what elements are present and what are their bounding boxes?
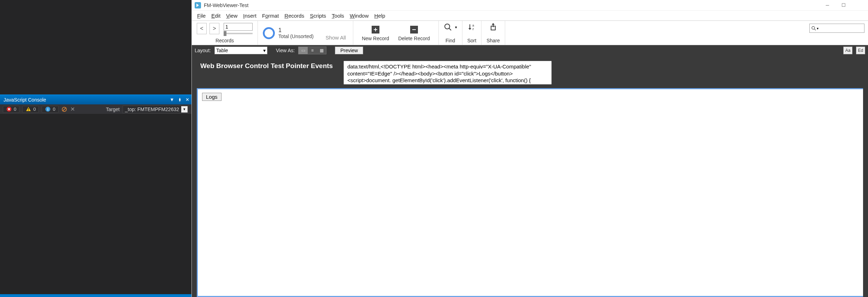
clear-x-icon[interactable]: ✕ xyxy=(70,107,76,112)
layout-label: Layout: xyxy=(195,48,211,53)
web-viewer[interactable]: Logs xyxy=(197,88,863,297)
devtools-pane: JavaScript Console ▼ ✕ 0 ! 0 i 0 xyxy=(0,0,191,297)
record-slider[interactable] xyxy=(224,33,253,34)
share-label[interactable]: Share xyxy=(486,38,500,43)
chevron-down-icon: ▾ xyxy=(263,48,266,53)
preview-button[interactable]: Preview xyxy=(335,47,363,54)
menu-scripts[interactable]: Scripts xyxy=(307,12,329,19)
content-area: Web Browser Control Test Pointer Events … xyxy=(192,56,868,297)
close-icon[interactable]: ✕ xyxy=(185,97,189,102)
svg-text:i: i xyxy=(47,107,48,111)
quick-search[interactable]: ▾ xyxy=(809,24,864,33)
code-field[interactable]: data:text/html,<!DOCTYPE html><head><met… xyxy=(343,61,552,85)
edit-layout-button[interactable]: Ed xyxy=(856,47,865,54)
target-select[interactable]: _top: FMTEMPFM22632 ▾ xyxy=(123,105,189,113)
title-bar[interactable]: FM-WebViewer-Test ─ ☐ xyxy=(192,0,868,11)
menu-bar: File Edit View Insert Format Records Scr… xyxy=(192,11,868,20)
view-as-label: View As: xyxy=(276,48,295,53)
console-output[interactable] xyxy=(0,114,191,294)
record-number-input[interactable] xyxy=(224,23,253,31)
view-table-icon[interactable]: ▦ xyxy=(317,47,326,54)
sort-label[interactable]: Sort xyxy=(467,38,477,43)
warning-filter[interactable]: ! 0 xyxy=(22,106,39,113)
found-status: Total (Unsorted) xyxy=(278,34,314,39)
filemaker-window: FM-WebViewer-Test ─ ☐ File Edit View Ins… xyxy=(191,0,868,297)
svg-line-10 xyxy=(449,28,451,30)
chevron-down-icon[interactable]: ▾ xyxy=(455,25,457,30)
info-filter[interactable]: i 0 xyxy=(42,106,58,113)
target-value: _top: FMTEMPFM22632 xyxy=(125,107,179,112)
toolbar: < > Records 1 Total (Unsorted) Show All xyxy=(192,20,868,45)
delete-record-button[interactable]: Delete Record xyxy=(395,24,433,43)
showall-group: Show All xyxy=(319,21,354,45)
record-ops-group: New Record Delete Record xyxy=(353,21,439,45)
chevron-down-icon: ▾ xyxy=(817,26,819,30)
svg-text:a: a xyxy=(472,24,474,27)
plus-icon xyxy=(371,25,380,34)
find-group: ▾ Find xyxy=(439,21,462,45)
svg-text:z: z xyxy=(472,27,474,31)
prev-record-button[interactable]: < xyxy=(197,23,207,34)
devtools-empty-area xyxy=(0,0,191,95)
share-group: Share xyxy=(482,21,505,45)
view-list-icon[interactable]: ≡ xyxy=(308,47,317,54)
error-filter[interactable]: 0 xyxy=(3,106,19,113)
minimize-button[interactable]: ─ xyxy=(819,0,835,11)
layout-bar: Layout: Table ▾ View As: ▭ ≡ ▦ Preview A… xyxy=(192,45,868,56)
window-title: FM-WebViewer-Test xyxy=(204,2,248,8)
minus-icon xyxy=(409,25,419,34)
clear-icon[interactable] xyxy=(61,107,67,112)
records-group: < > Records xyxy=(192,21,258,45)
menu-records[interactable]: Records xyxy=(282,12,307,19)
warning-icon: ! xyxy=(25,107,31,112)
error-count: 0 xyxy=(14,107,16,112)
menu-window[interactable]: Window xyxy=(347,12,371,19)
menu-edit[interactable]: Edit xyxy=(209,12,223,19)
search-icon xyxy=(444,23,452,31)
view-form-icon[interactable]: ▭ xyxy=(299,47,308,54)
view-mode-toggle[interactable]: ▭ ≡ ▦ xyxy=(298,47,326,54)
svg-point-9 xyxy=(445,24,450,29)
dropdown-icon[interactable]: ▼ xyxy=(170,97,174,102)
sort-icon: az xyxy=(468,23,476,31)
pin-icon[interactable] xyxy=(178,98,182,102)
error-icon xyxy=(6,107,12,112)
menu-file[interactable]: File xyxy=(195,12,208,19)
info-icon: i xyxy=(45,107,51,112)
menu-insert[interactable]: Insert xyxy=(241,12,259,19)
maximize-button[interactable]: ☐ xyxy=(835,0,852,11)
console-footer-bar xyxy=(0,294,191,297)
new-record-button[interactable]: New Record xyxy=(358,24,392,43)
svg-line-15 xyxy=(814,29,816,30)
logs-button[interactable]: Logs xyxy=(202,93,222,101)
chevron-down-icon: ▾ xyxy=(181,106,188,113)
warning-count: 0 xyxy=(33,107,36,112)
console-toolbar: 0 ! 0 i 0 ✕ Target _top: FMTEMPFM22632 ▾ xyxy=(0,104,191,114)
sort-group: az Sort xyxy=(462,21,482,45)
menu-format[interactable]: Format xyxy=(260,12,282,19)
found-count: 1 xyxy=(278,27,314,34)
info-count: 0 xyxy=(53,107,55,112)
next-record-button[interactable]: > xyxy=(209,23,219,34)
toolbar-spacer: ▾ xyxy=(505,21,868,45)
svg-text:!: ! xyxy=(28,108,29,111)
menu-help[interactable]: Help xyxy=(372,12,388,19)
svg-line-5 xyxy=(63,108,66,111)
menu-view[interactable]: View xyxy=(224,12,240,19)
found-group: 1 Total (Unsorted) xyxy=(258,21,319,45)
show-all-button[interactable]: Show All xyxy=(324,32,348,43)
share-icon xyxy=(489,23,497,31)
menu-tools[interactable]: Tools xyxy=(329,12,347,19)
app-icon xyxy=(195,2,201,8)
console-title: JavaScript Console xyxy=(2,97,46,103)
search-icon xyxy=(811,26,816,31)
page-title: Web Browser Control Test Pointer Events xyxy=(197,61,333,70)
pie-icon xyxy=(263,27,275,39)
records-label: Records xyxy=(215,38,234,43)
layout-select[interactable]: Table ▾ xyxy=(214,47,267,54)
close-button[interactable] xyxy=(852,0,868,11)
formatting-button[interactable]: Aa xyxy=(843,47,852,54)
find-label[interactable]: Find xyxy=(445,38,455,43)
svg-point-14 xyxy=(812,26,815,29)
console-header[interactable]: JavaScript Console ▼ ✕ xyxy=(0,95,191,104)
